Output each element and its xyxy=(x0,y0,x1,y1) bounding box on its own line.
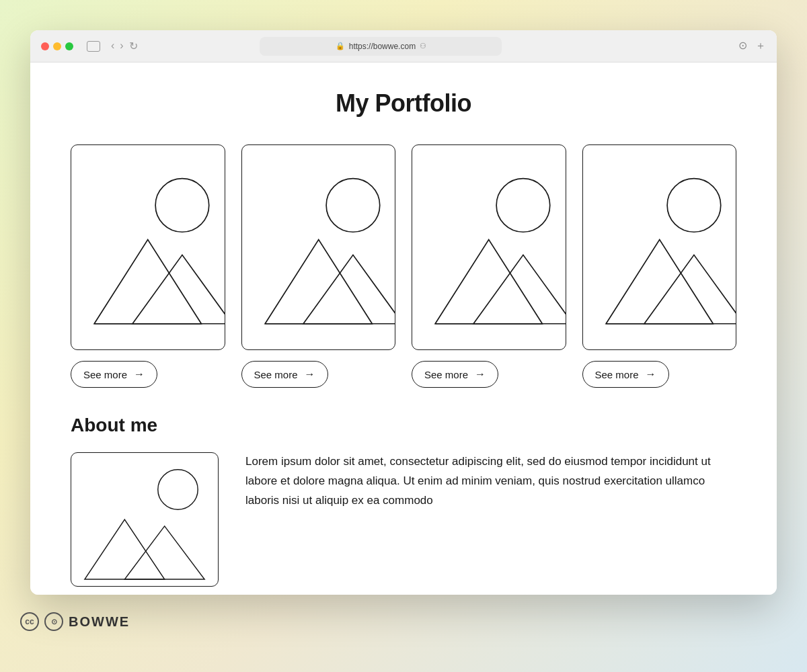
new-tab-icon[interactable]: ＋ xyxy=(755,39,766,53)
svg-point-16 xyxy=(158,470,198,509)
svg-marker-14 xyxy=(644,255,736,323)
svg-marker-9 xyxy=(435,240,542,324)
portfolio-image-3 xyxy=(412,144,566,350)
url-text: https://bowwe.com xyxy=(349,42,416,51)
about-image xyxy=(71,452,219,587)
lock-icon: 🔒 xyxy=(336,42,345,50)
browser-toolbar: ‹ › ↻ 🔒 https://bowwe.com ⚇ ⊙ ＋ xyxy=(30,30,777,62)
cc-icon: cc xyxy=(20,612,39,631)
about-section: About me Lorem ipsum dolor sit amet, con… xyxy=(71,415,736,587)
portfolio-image-2 xyxy=(241,144,396,350)
bowwe-brand-text: BOWWE xyxy=(69,614,130,630)
svg-point-4 xyxy=(326,179,380,233)
nav-buttons: ‹ › ↻ xyxy=(111,40,138,52)
svg-marker-5 xyxy=(265,240,372,324)
address-bar[interactable]: 🔒 https://bowwe.com ⚇ xyxy=(260,37,502,56)
portfolio-item-4: See more → xyxy=(582,144,737,388)
see-more-label-3: See more xyxy=(424,369,468,380)
see-more-button-1[interactable]: See more → xyxy=(71,361,157,388)
portfolio-item-1: See more → xyxy=(71,144,225,388)
about-text: Lorem ipsum dolor sit amet, consectetur … xyxy=(245,452,736,511)
svg-point-12 xyxy=(667,179,721,233)
arrow-icon-2: → xyxy=(305,368,315,380)
back-button[interactable]: ‹ xyxy=(111,40,114,52)
see-more-button-2[interactable]: See more → xyxy=(241,361,328,388)
see-more-label-2: See more xyxy=(254,369,298,380)
arrow-icon-1: → xyxy=(134,368,145,380)
forward-button[interactable]: › xyxy=(120,40,123,52)
toolbar-right: ⊙ ＋ xyxy=(738,39,766,53)
svg-marker-1 xyxy=(94,240,201,324)
see-more-button-4[interactable]: See more → xyxy=(582,361,669,388)
sidebar-toggle-icon[interactable] xyxy=(87,41,100,52)
portfolio-image-4 xyxy=(582,144,737,350)
svg-marker-10 xyxy=(473,255,566,323)
svg-marker-2 xyxy=(132,255,225,323)
svg-point-8 xyxy=(496,179,550,233)
by-icon: ⊙ xyxy=(44,612,63,631)
see-more-label-4: See more xyxy=(595,369,639,380)
about-title: About me xyxy=(71,415,736,436)
arrow-icon-3: → xyxy=(475,368,486,380)
about-content: Lorem ipsum dolor sit amet, consectetur … xyxy=(71,452,736,587)
account-icon[interactable]: ⊙ xyxy=(738,39,747,53)
maximize-dot[interactable] xyxy=(65,42,73,50)
page-content: My Portfolio See more → xyxy=(30,62,777,595)
browser-window: ‹ › ↻ 🔒 https://bowwe.com ⚇ ⊙ ＋ My Portf… xyxy=(30,30,777,595)
svg-point-0 xyxy=(155,179,209,233)
bowwe-logo: cc ⊙ BOWWE xyxy=(20,612,130,631)
svg-marker-6 xyxy=(303,255,395,323)
svg-marker-13 xyxy=(606,240,713,324)
page-title: My Portfolio xyxy=(71,89,736,118)
refresh-button[interactable]: ↻ xyxy=(129,40,138,52)
portfolio-item-3: See more → xyxy=(412,144,566,388)
arrow-icon-4: → xyxy=(646,368,656,380)
portfolio-image-1 xyxy=(71,144,225,350)
svg-marker-18 xyxy=(124,526,204,579)
window-controls xyxy=(41,42,73,50)
see-more-button-3[interactable]: See more → xyxy=(412,361,498,388)
minimize-dot[interactable] xyxy=(53,42,61,50)
svg-marker-17 xyxy=(85,519,165,579)
close-dot[interactable] xyxy=(41,42,49,50)
bottom-bar: cc ⊙ BOWWE xyxy=(0,601,807,642)
link-icon: ⚇ xyxy=(420,42,426,50)
portfolio-grid: See more → See more → xyxy=(71,144,736,388)
portfolio-item-2: See more → xyxy=(241,144,396,388)
see-more-label-1: See more xyxy=(83,369,127,380)
